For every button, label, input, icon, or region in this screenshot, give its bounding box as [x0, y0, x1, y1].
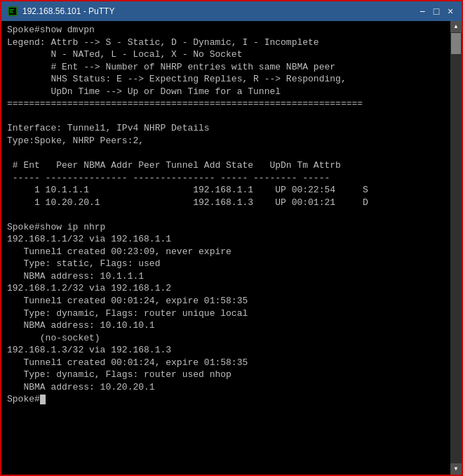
putty-icon: [7, 6, 18, 17]
minimize-button[interactable]: −: [417, 6, 428, 17]
window-title: 192.168.56.101 - PuTTY: [22, 6, 417, 16]
terminal-output[interactable]: Spoke#show dmvpn Legend: Attrb --> S - S…: [1, 21, 462, 475]
scroll-up-arrow[interactable]: ▲: [450, 21, 462, 32]
scrollbar-track: [451, 32, 461, 463]
cursor: [40, 395, 46, 404]
window-controls: − □ ×: [417, 6, 456, 17]
close-button[interactable]: ×: [445, 6, 456, 17]
scrollbar-thumb[interactable]: [451, 33, 461, 54]
svg-rect-3: [10, 11, 13, 11]
svg-rect-2: [10, 9, 14, 10]
terminal-text: Spoke#show dmvpn Legend: Attrb --> S - S…: [7, 24, 448, 406]
svg-rect-4: [10, 12, 13, 13]
maximize-button[interactable]: □: [431, 6, 442, 17]
putty-window: 192.168.56.101 - PuTTY − □ × Spoke#show …: [0, 0, 463, 476]
scroll-down-arrow[interactable]: ▼: [450, 463, 462, 475]
title-bar: 192.168.56.101 - PuTTY − □ ×: [1, 1, 462, 21]
scrollbar[interactable]: ▲ ▼: [450, 21, 462, 475]
